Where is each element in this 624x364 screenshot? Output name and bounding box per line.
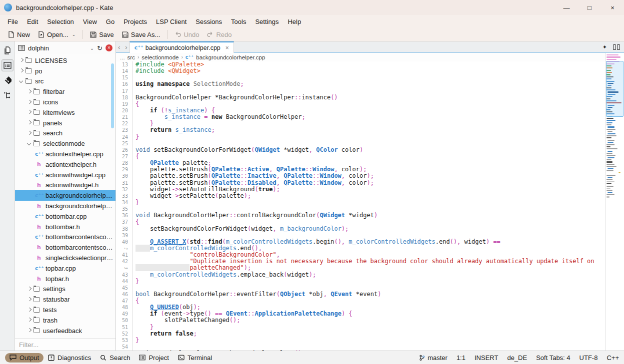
quick-open-icon[interactable]: ✦ [602, 44, 607, 50]
tree-file-actiontexthelper-cpp[interactable]: c⁺⁺actiontexthelper.cpp [15, 149, 116, 159]
chevron-right-icon[interactable] [27, 287, 32, 292]
tree-file-backgroundcolorhelper-c---[interactable]: c⁺⁺backgroundcolorhelper.c... [15, 190, 116, 201]
code-line[interactable]: 55BackgroundColorHelper::BackgroundColor… [116, 350, 605, 351]
menu-item-projects[interactable]: Projects [119, 16, 152, 27]
symbols-tool-button[interactable] [2, 89, 14, 101]
chevron-right-icon[interactable] [27, 308, 32, 313]
documents-tool-button[interactable] [2, 44, 14, 56]
project-tool-button[interactable] [2, 59, 14, 71]
menu-item-view[interactable]: View [78, 16, 102, 27]
code-line[interactable]: 21 s_instance = new BackgroundColorHelpe… [116, 114, 605, 120]
tree-folder-kitemviews[interactable]: kitemviews [15, 107, 116, 118]
code-line[interactable]: 53} [116, 337, 605, 344]
menu-item-edit[interactable]: Edit [22, 16, 42, 27]
code-line[interactable]: 18BackgroundColorHelper *BackgroundColor… [116, 94, 605, 101]
code-line[interactable]: 14#include <QWidget> [116, 68, 605, 74]
minimap-viewport[interactable] [606, 61, 624, 117]
tree-file-bottombarcontentscont---[interactable]: hbottombarcontentscont... [15, 242, 116, 253]
dictionary-locale[interactable]: de_DE [507, 354, 527, 362]
code-line[interactable]: 34} [116, 199, 605, 206]
chevron-down-icon[interactable] [27, 141, 32, 146]
code-line[interactable]: 50 slotPaletteChanged(); [116, 317, 605, 324]
chevron-right-icon[interactable] [27, 89, 32, 94]
code-line[interactable]: 52 return false; [116, 331, 605, 337]
chevron-right-icon[interactable] [27, 120, 32, 125]
tree-file-actionwithwidget-h[interactable]: hactionwithwidget.h [15, 180, 116, 191]
project-dropdown-chevron-icon[interactable]: ⌄ [90, 45, 94, 51]
tree-file-backgroundcolorhelper-h[interactable]: hbackgroundcolorhelper.h [15, 201, 116, 211]
menu-item-lsp-client[interactable]: LSP Client [152, 16, 191, 27]
tree-file-bottombar-cpp[interactable]: c⁺⁺bottombar.cpp [15, 211, 116, 222]
chevron-right-icon[interactable] [19, 58, 24, 63]
tree-file-topbar-h[interactable]: htopbar.h [15, 274, 116, 284]
tree-folder-po[interactable]: po [15, 66, 116, 76]
open-button[interactable]: Open... ⌄ [34, 29, 80, 40]
tree-folder-search[interactable]: search [15, 128, 116, 139]
nav-forward-icon[interactable]: › [125, 43, 127, 51]
menu-item-settings[interactable]: Settings [250, 16, 283, 27]
tab-settings[interactable]: Soft Tabs: 4 [536, 354, 570, 362]
code-line[interactable]: 24} [116, 134, 605, 140]
close-button[interactable]: × [601, 0, 624, 15]
breadcrumb-ellipsis[interactable]: ... [120, 54, 125, 60]
breadcrumb-item-selectionmode[interactable]: selectionmode [142, 54, 178, 60]
code-editor[interactable]: 13#include <QPalette>14#include <QWidget… [116, 61, 605, 351]
code-line[interactable]: 26void setBackgroundColorForWidget(QWidg… [116, 147, 605, 153]
chevron-right-icon[interactable] [27, 110, 32, 115]
minimize-button[interactable]: — [555, 0, 578, 15]
tree-folder-panels[interactable]: panels [15, 118, 116, 128]
tree-folder-LICENSES[interactable]: LICENSES [15, 55, 116, 66]
tab-close-icon[interactable]: × [226, 44, 229, 51]
code-line[interactable]: 38 setBackgroundColorForWidget(widget, m… [116, 226, 605, 232]
tree-folder-selectionmode[interactable]: selectionmode [15, 138, 116, 149]
tree-folder-userfeedback[interactable]: userfeedback [15, 326, 116, 336]
code-line[interactable]: 23 return s_instance; [116, 127, 605, 133]
refresh-icon[interactable]: ↻ [97, 44, 102, 52]
menu-item-tools[interactable]: Tools [226, 16, 250, 27]
tree-folder-settings[interactable]: settings [15, 284, 116, 295]
tree-folder-tests[interactable]: tests [15, 305, 116, 315]
terminal-panel-button[interactable]: Terminal [174, 353, 216, 363]
save-as-button[interactable]: Save As... [118, 29, 164, 40]
tree-file-topbar-cpp[interactable]: c⁺⁺topbar.cpp [15, 263, 116, 274]
breadcrumb-item-src[interactable]: src [128, 54, 135, 60]
code-line[interactable]: 43 m_colorControlledWidgets.emplace_back… [116, 272, 605, 278]
chevron-right-icon[interactable] [27, 318, 32, 323]
chevron-down-icon[interactable] [19, 79, 24, 84]
tree-file-actionwithwidget-cpp[interactable]: c⁺⁺actionwithwidget.cpp [15, 170, 116, 180]
chevron-right-icon[interactable] [27, 100, 32, 105]
search-panel-button[interactable]: Search [96, 353, 134, 363]
undo-button[interactable]: Undo [170, 29, 203, 40]
menu-item-go[interactable]: Go [102, 16, 119, 27]
cursor-position[interactable]: 1:1 [456, 354, 466, 362]
tree-folder-src[interactable]: src [15, 76, 116, 87]
menu-item-selection[interactable]: Selection [42, 16, 78, 27]
tree-file-actiontexthelper-h[interactable]: hactiontexthelper.h [15, 159, 116, 170]
close-project-icon[interactable]: × [106, 44, 112, 51]
filter-input[interactable] [15, 341, 116, 349]
split-view-icon[interactable] [613, 44, 620, 50]
tree-scrollbar[interactable] [111, 63, 114, 128]
tree-folder-trash[interactable]: trash [15, 315, 116, 326]
output-panel-button[interactable]: Output [5, 353, 44, 363]
project-panel-button[interactable]: Project [134, 353, 173, 363]
chevron-right-icon[interactable] [27, 328, 32, 333]
maximize-button[interactable]: □ [578, 0, 601, 15]
save-button[interactable]: Save [86, 29, 118, 40]
code-line[interactable]: 36void BackgroundColorHelper::controlBac… [116, 212, 605, 219]
menu-item-sessions[interactable]: Sessions [191, 16, 226, 27]
menu-item-help[interactable]: Help [283, 16, 306, 27]
file-type[interactable]: C++ [606, 354, 619, 362]
tree-folder-statusbar[interactable]: statusbar [15, 294, 116, 305]
code-line[interactable]: 16using namespace SelectionMode; [116, 81, 605, 87]
tree-folder-filterbar[interactable]: filterbar [15, 86, 116, 97]
open-dropdown-chevron-icon[interactable]: ⌄ [72, 32, 76, 37]
tree-file-bottombarcontentscont---[interactable]: c⁺⁺bottombarcontentscont... [15, 232, 116, 243]
menu-item-file[interactable]: File [3, 16, 22, 27]
tree-folder-icons[interactable]: icons [15, 97, 116, 107]
minimap-scrollbar[interactable] [605, 53, 624, 351]
encoding[interactable]: UTF-8 [580, 354, 598, 362]
new-button[interactable]: New [4, 29, 34, 40]
git-tool-button[interactable] [2, 74, 14, 86]
code-line[interactable]: 46bool BackgroundColorHelper::eventFilte… [116, 291, 605, 298]
